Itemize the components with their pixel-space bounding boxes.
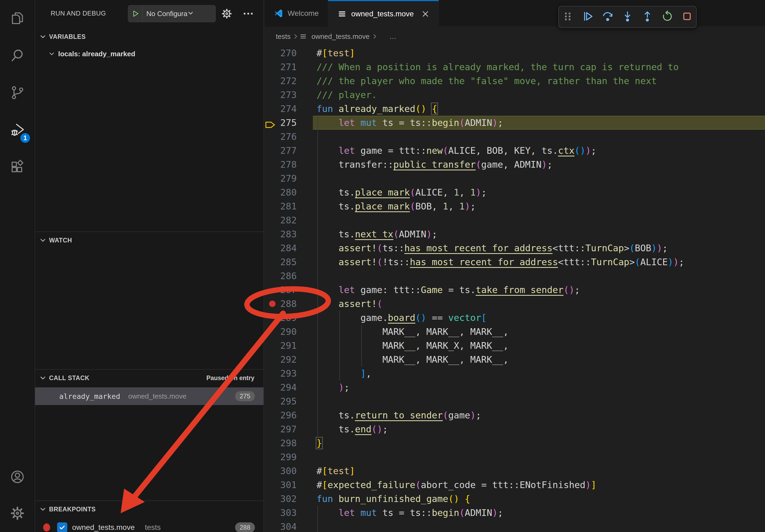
code-line-300[interactable]: 300#[test] (265, 464, 765, 478)
step-into-button[interactable] (619, 8, 636, 25)
breadcrumb-item[interactable]: … (378, 32, 398, 41)
line-number[interactable]: 291 (265, 339, 297, 353)
code-line-290[interactable]: 290 MARK__, MARK__, MARK__, (265, 325, 765, 339)
line-number[interactable]: 293 (265, 367, 297, 381)
code-line-284[interactable]: 284 assert!(ts::has_most_recent_for_addr… (265, 241, 765, 255)
code-line-272[interactable]: 272/// the player who made the "false" m… (265, 74, 765, 88)
line-number[interactable]: 283 (265, 227, 297, 241)
section-header-watch[interactable]: WATCH (35, 232, 264, 248)
code-line-280[interactable]: 280 ts.place_mark(ALICE, 1, 1); (265, 185, 765, 199)
breakpoint-enabled-checkbox[interactable] (57, 522, 67, 532)
code-line-302[interactable]: 302fun burn_unfinished_game() { (265, 492, 765, 506)
continue-button[interactable] (579, 8, 596, 25)
line-number[interactable]: 278 (265, 157, 297, 171)
code-line-283[interactable]: 283 ts.next_tx(ADMIN); (265, 227, 765, 241)
variables-scope-locals[interactable]: locals: already_marked (35, 46, 264, 62)
code-line-276[interactable]: 276 (265, 130, 765, 143)
code-line-292[interactable]: 292 MARK__, MARK__, MARK__, (265, 353, 765, 367)
activity-bar-item-extensions[interactable] (0, 149, 35, 186)
line-number[interactable]: 290 (265, 325, 297, 339)
line-number[interactable]: 294 (265, 381, 297, 394)
code-line-282[interactable]: 282 (265, 213, 765, 227)
line-number[interactable]: 274 (265, 102, 297, 116)
code-line-281[interactable]: 281 ts.place_mark(BOB, 1, 1); (265, 199, 765, 213)
line-number[interactable]: 288 (265, 297, 297, 311)
code-line-289[interactable]: 289 game.board() == vector[ (265, 311, 765, 325)
step-out-button[interactable] (639, 8, 656, 25)
close-icon[interactable] (421, 10, 429, 18)
line-number[interactable]: 298 (265, 436, 297, 450)
line-number[interactable]: 270 (265, 46, 297, 60)
activity-bar-item-manage[interactable] (0, 496, 35, 532)
code-line-296[interactable]: 296 ts.return_to_sender(game); (265, 408, 765, 422)
activity-bar-item-search[interactable] (0, 37, 35, 75)
code-editor[interactable]: 270#[test]271/// When a position is alre… (265, 46, 765, 532)
line-number[interactable]: 273 (265, 88, 297, 102)
line-number[interactable]: 301 (265, 478, 297, 492)
section-header-call-stack[interactable]: CALL STACK Paused on entry (35, 370, 264, 386)
code-line-298[interactable]: 298} (265, 436, 765, 450)
code-line-271[interactable]: 271/// When a position is already marked… (265, 60, 765, 74)
line-number[interactable]: 296 (265, 408, 297, 422)
code-line-294[interactable]: 294 ); (265, 381, 765, 394)
line-number[interactable]: 287 (265, 283, 297, 297)
line-number[interactable]: 277 (265, 143, 297, 157)
code-line-288[interactable]: 288 assert!( (265, 297, 765, 311)
line-number[interactable]: 282 (265, 213, 297, 227)
line-number[interactable]: 299 (265, 450, 297, 464)
code-line-301[interactable]: 301#[expected_failure(abort_code = ttt::… (265, 478, 765, 492)
line-number[interactable]: 286 (265, 269, 297, 283)
code-line-275[interactable]: 275 let mut ts = ts::begin(ADMIN); (265, 116, 765, 130)
code-line-274[interactable]: 274fun already_marked() { (265, 102, 765, 116)
line-number[interactable]: 292 (265, 353, 297, 367)
activity-bar-item-source-control[interactable] (0, 75, 35, 112)
more-actions-icon[interactable] (242, 8, 254, 21)
line-number[interactable]: 300 (265, 464, 297, 478)
code-line-303[interactable]: 303 let mut ts = ts::begin(ADMIN); (265, 506, 765, 520)
code-line-291[interactable]: 291 MARK__, MARK_X, MARK__, (265, 339, 765, 353)
restart-button[interactable] (659, 8, 676, 25)
toolbar-drag-handle[interactable] (559, 8, 576, 25)
breakpoint-row[interactable]: owned_tests.move tests 288 (35, 519, 264, 532)
line-number[interactable]: 295 (265, 394, 297, 408)
code-line-299[interactable]: 299 (265, 450, 765, 464)
line-number[interactable]: 303 (265, 506, 297, 520)
code-line-270[interactable]: 270#[test] (265, 46, 765, 60)
code-line-295[interactable]: 295 (265, 394, 765, 408)
line-number[interactable]: 279 (265, 171, 297, 185)
line-number[interactable]: 275 (265, 116, 297, 130)
breadcrumb-item[interactable]: tests (265, 32, 292, 41)
section-header-breakpoints[interactable]: BREAKPOINTS (35, 501, 264, 517)
line-number[interactable]: 272 (265, 74, 297, 88)
line-number[interactable]: 280 (265, 185, 297, 199)
code-line-273[interactable]: 273/// player. (265, 88, 765, 102)
line-number[interactable]: 302 (265, 492, 297, 506)
line-number[interactable]: 281 (265, 199, 297, 213)
code-line-278[interactable]: 278 transfer::public_transfer(game, ADMI… (265, 157, 765, 171)
stop-button[interactable] (678, 8, 696, 25)
activity-bar-item-accounts[interactable] (0, 459, 35, 496)
code-line-286[interactable]: 286 (265, 269, 765, 283)
activity-bar-item-explorer[interactable] (0, 0, 35, 37)
breadcrumb-item[interactable]: owned_tests.move (299, 32, 371, 41)
line-number[interactable]: 304 (265, 520, 297, 532)
debug-settings-gear-icon[interactable] (221, 8, 233, 21)
line-number[interactable]: 284 (265, 241, 297, 255)
code-line-287[interactable]: 287 let game: ttt::Game = ts.take_from_s… (265, 283, 765, 297)
code-line-285[interactable]: 285 assert!(!ts::has_most_recent_for_add… (265, 255, 765, 269)
code-line-279[interactable]: 279 (265, 171, 765, 185)
line-number[interactable]: 297 (265, 422, 297, 436)
code-line-304[interactable]: 304 (265, 520, 765, 532)
activity-bar-item-run-and-debug[interactable]: 1 (0, 112, 35, 149)
step-over-button[interactable] (599, 8, 616, 25)
line-number[interactable]: 271 (265, 60, 297, 74)
tab-welcome[interactable]: Welcome (265, 0, 328, 27)
debug-config-dropdown[interactable]: No Configura (128, 5, 216, 22)
code-line-293[interactable]: 293 ], (265, 367, 765, 381)
call-stack-frame-row[interactable]: already_marked owned_tests.move 275 (35, 387, 264, 405)
line-number[interactable]: 285 (265, 255, 297, 269)
tab-owned-tests-move[interactable]: owned_tests.move (328, 0, 438, 27)
code-line-297[interactable]: 297 ts.end(); (265, 422, 765, 436)
section-header-variables[interactable]: VARIABLES (35, 29, 264, 45)
code-line-277[interactable]: 277 let game = ttt::new(ALICE, BOB, KEY,… (265, 143, 765, 157)
